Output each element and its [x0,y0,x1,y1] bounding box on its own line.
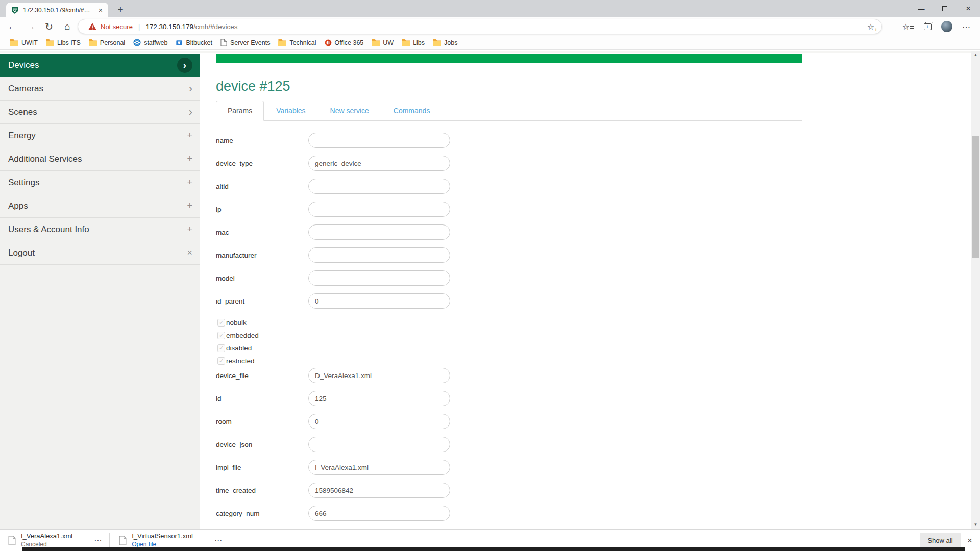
checkbox-icon: ✓ [217,319,225,327]
folder-icon [402,39,410,46]
field-label: room [216,418,308,425]
checkbox-icon: ✓ [217,357,225,365]
forward-button[interactable]: → [21,17,40,36]
bookmark-folder[interactable]: Technical [274,38,320,48]
bookmark-folder[interactable]: UWIT [6,38,42,48]
plus-icon: + [187,177,192,188]
vera-favicon-icon [11,6,19,14]
checkbox-disabled[interactable]: ✓disabled [217,342,802,355]
show-all-button[interactable]: Show all [920,533,961,548]
bookmark-folder[interactable]: Libs ITS [42,38,85,48]
chevron-circle: › [177,58,192,73]
globe-wheel-icon [133,39,141,46]
id-field[interactable] [308,391,450,406]
download-menu-button[interactable]: ⋯ [88,536,108,545]
sidebar-item-users-account-info[interactable]: Users & Account Info + [0,218,200,241]
back-button[interactable]: ← [3,17,21,36]
vertical-scrollbar[interactable]: ▲ ▼ [971,51,980,529]
id-parent-field[interactable] [308,293,450,309]
new-tab-button[interactable]: + [113,3,128,16]
device-file-field[interactable] [308,368,450,383]
tab-commands[interactable]: Commands [381,101,443,120]
plus-icon: + [187,130,192,141]
close-window-button[interactable]: × [957,0,980,17]
not-secure-label[interactable]: Not secure [101,23,133,31]
folder-icon [278,39,286,46]
device-type-field[interactable] [308,156,450,171]
restore-button[interactable] [933,0,957,17]
sidebar-item-scenes[interactable]: Scenes › [0,101,200,124]
download-item[interactable]: I_VeraAlexa1.xml Canceled [8,532,72,548]
sidebar: Devices › Cameras › Scenes › Energy + Ad… [0,54,200,529]
window-controls: — × [910,0,980,17]
manufacturer-field[interactable] [308,247,450,263]
sidebar-item-additional-services[interactable]: Additional Services + [0,147,200,171]
bookmark-folder[interactable]: UW [368,38,398,48]
favorites-button[interactable]: ☆ [898,17,918,36]
name-field[interactable] [308,133,450,148]
field-label: id_parent [216,297,308,305]
field-label: device_file [216,372,308,380]
tab-variables[interactable]: Variables [264,101,317,120]
bookmark-item[interactable]: Office 365 [321,38,368,48]
add-favorite-icon[interactable]: ☆+ [867,22,874,32]
tab-new-service[interactable]: New service [318,101,381,120]
bookmark-folder[interactable]: Jobs [429,38,461,48]
checkbox-icon: ✓ [217,344,225,352]
web-page: Devices › Cameras › Scenes › Energy + Ad… [0,51,980,529]
sidebar-item-cameras[interactable]: Cameras › [0,77,200,101]
room-field[interactable] [308,414,450,429]
download-menu-button[interactable]: ⋯ [208,536,229,545]
tab-params[interactable]: Params [216,101,264,121]
bookmark-item[interactable]: Bitbucket [172,38,216,48]
checkbox-group: ✓nobulk ✓embedded ✓disabled ✓restricted [217,316,802,367]
sidebar-item-devices[interactable]: Devices › [0,54,200,77]
checkbox-restricted[interactable]: ✓restricted [217,355,802,367]
address-bar[interactable]: Not secure | 172.30.150.179/cmh/#devices… [78,19,882,34]
tab-close-icon[interactable]: × [97,7,104,14]
plus-icon: + [187,154,192,164]
device-json-field[interactable] [308,437,450,452]
sidebar-item-energy[interactable]: Energy + [0,124,200,147]
minimize-button[interactable]: — [910,0,933,17]
field-label: id [216,395,308,403]
profile-button[interactable] [937,17,957,36]
scroll-down-icon[interactable]: ▼ [971,520,980,529]
download-item[interactable]: I_VirtualSensor1.xml Open file [119,532,193,548]
home-button[interactable]: ⌂ [58,17,77,36]
field-label: model [216,274,308,282]
checkbox-embedded[interactable]: ✓embedded [217,329,802,342]
altid-field[interactable] [308,179,450,194]
field-label: impl_file [216,464,308,471]
browser-tab[interactable]: 172.30.150.179/cmh/#devices × [6,3,108,17]
reload-button[interactable]: ↻ [40,17,58,36]
collections-button[interactable]: + [918,17,937,36]
mac-field[interactable] [308,224,450,240]
warning-icon [88,23,96,30]
bookmark-folder[interactable]: Libs [398,38,429,48]
field-label: ip [216,206,308,213]
taskbar-edge-strip [22,547,965,551]
impl-file-field[interactable] [308,460,450,475]
plus-icon: + [187,224,192,235]
field-label: device_json [216,441,308,448]
close-shelf-icon[interactable]: × [964,535,976,547]
sidebar-item-logout[interactable]: Logout × [0,241,200,265]
bookmark-folder[interactable]: Personal [85,38,129,48]
sidebar-item-apps[interactable]: Apps + [0,194,200,218]
settings-menu-button[interactable]: ⋯ [957,17,976,36]
ip-field[interactable] [308,202,450,217]
bookmark-item[interactable]: Server Events [216,37,275,48]
folder-icon [46,39,54,46]
folder-icon [433,39,441,46]
checkbox-nobulk[interactable]: ✓nobulk [217,316,802,329]
model-field[interactable] [308,270,450,286]
scrollbar-thumb[interactable] [972,136,979,258]
shelf-divider [109,533,110,547]
folder-icon [89,39,97,46]
bookmark-item[interactable]: staffweb [129,37,172,48]
time-created-field[interactable] [308,483,450,498]
scroll-up-icon[interactable]: ▲ [971,51,980,59]
category-num-field[interactable] [308,506,450,521]
sidebar-item-settings[interactable]: Settings + [0,171,200,194]
